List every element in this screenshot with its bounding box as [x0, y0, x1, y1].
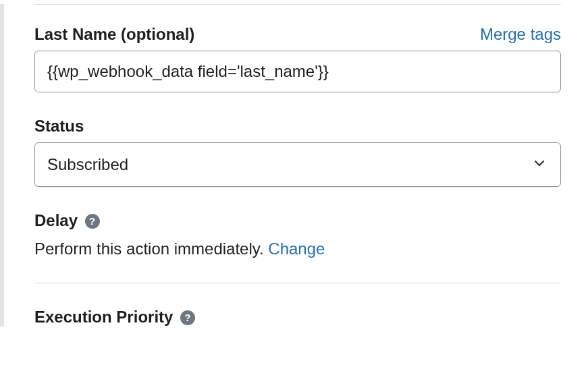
- section-divider: [34, 283, 561, 283]
- execution-priority-group: Execution Priority ?: [34, 308, 561, 327]
- last-name-input[interactable]: [34, 51, 561, 92]
- delay-group: Delay ? Perform this action immediately.…: [34, 211, 561, 258]
- delay-text-row: Perform this action immediately. Change: [34, 240, 561, 258]
- help-icon[interactable]: ?: [85, 214, 100, 229]
- last-name-label: Last Name (optional): [34, 25, 194, 44]
- form-panel: Last Name (optional) Merge tags Status S…: [0, 4, 588, 327]
- delay-label: Delay: [34, 211, 78, 229]
- execution-priority-label: Execution Priority: [34, 308, 173, 326]
- status-label: Status: [34, 117, 84, 136]
- status-head: Status: [34, 117, 561, 136]
- delay-head: Delay ?: [34, 211, 561, 230]
- delay-text: Perform this action immediately.: [34, 240, 268, 258]
- status-select[interactable]: Subscribed: [34, 142, 561, 187]
- help-icon[interactable]: ?: [180, 310, 195, 325]
- top-divider: [34, 4, 561, 5]
- execution-priority-head: Execution Priority ?: [34, 308, 561, 327]
- delay-change-link[interactable]: Change: [268, 240, 325, 258]
- last-name-group: Last Name (optional) Merge tags: [34, 25, 561, 92]
- status-group: Status Subscribed: [34, 117, 561, 187]
- merge-tags-link[interactable]: Merge tags: [480, 25, 561, 44]
- status-select-wrap: Subscribed: [34, 142, 561, 187]
- last-name-head: Last Name (optional) Merge tags: [34, 25, 561, 44]
